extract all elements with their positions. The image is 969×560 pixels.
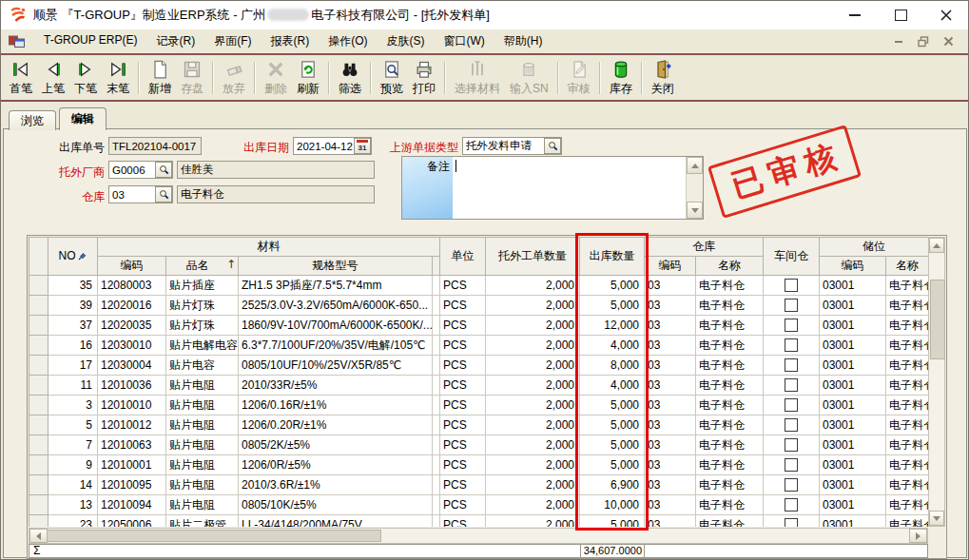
cell-wh-name[interactable]: 电子料仓 [696,276,764,296]
col-header-loc-name[interactable]: 名称 [886,257,929,276]
cell-wh-name[interactable]: 电子料仓 [696,396,764,415]
cell-wh-name[interactable]: 电子料仓 [696,336,764,356]
cell-unit[interactable]: PCS [440,376,486,396]
cell-wh-code[interactable]: 03 [645,336,696,356]
cell-wh-code[interactable]: 03 [645,296,696,316]
scroll-down-button[interactable] [929,511,944,526]
cell-no[interactable]: 13 [48,495,98,515]
cell-order-qty[interactable]: 2,000 [486,396,580,415]
cell-loc-code[interactable]: 03001 [820,415,886,435]
col-header-workshop[interactable]: 车间仓 [764,238,820,276]
cell-wh-code[interactable]: 03 [645,455,696,475]
menu-item[interactable]: 界面(F) [204,30,261,52]
col-group-warehouse[interactable]: 仓库 [645,238,764,257]
cell-workshop[interactable] [764,455,820,475]
workshop-checkbox[interactable] [785,398,798,412]
col-header-spec[interactable]: 规格型号 [239,257,433,276]
cell-loc-code[interactable]: 03001 [820,396,886,415]
toolbar-button-stock[interactable]: 库存 [605,58,637,99]
cell-spec[interactable]: 6.3*7.7/100UF/20%/35V/电解/105℃ [239,336,433,356]
cell-loc-name[interactable]: 电子料仓一储 [886,455,929,475]
col-group-material[interactable]: 材料 [98,238,440,257]
cell-unit[interactable]: PCS [440,396,486,415]
cell-unit[interactable]: PCS [440,415,486,435]
cell-order-qty[interactable]: 2,000 [486,455,580,475]
cell-workshop[interactable] [764,376,820,396]
cell-no[interactable]: 9 [48,455,98,475]
cell-no[interactable]: 14 [48,475,98,495]
mdi-minimize-button[interactable] [892,35,905,48]
menu-item[interactable]: 操作(O) [319,30,377,52]
cell-loc-name[interactable]: 电子料仓一储 [886,376,929,396]
cell-no[interactable]: 16 [48,336,98,356]
col-header-wh-code[interactable]: 编码 [645,257,696,276]
cell-loc-code[interactable]: 03001 [820,495,886,515]
window-minimize-button[interactable] [846,7,863,24]
toolbar-button-new[interactable]: 新增 [144,58,176,99]
workshop-checkbox[interactable] [785,378,798,392]
workshop-checkbox[interactable] [785,458,798,472]
col-group-location[interactable]: 储位 [820,238,929,257]
cell-no[interactable]: 17 [48,356,98,376]
cell-code[interactable]: 12020016 [98,296,166,316]
col-header-out-qty[interactable]: 出库数量 [580,238,645,276]
cell-wh-code[interactable]: 03 [645,475,696,495]
cell-no[interactable]: 39 [48,296,98,316]
workshop-checkbox[interactable] [785,299,798,312]
toolbar-button-print[interactable]: 打印 [408,58,440,99]
window-maximize-button[interactable] [892,7,909,24]
cell-code[interactable]: 12080003 [98,276,166,296]
cell-workshop[interactable] [764,396,820,415]
workshop-checkbox[interactable] [785,518,798,527]
cell-loc-code[interactable]: 03001 [820,336,886,356]
toolbar-button-last[interactable]: 末笔 [102,58,134,99]
cell-order-qty[interactable]: 2,000 [486,276,580,296]
cell-spec[interactable]: 2525/3.0V-3.2V/650mA/6000K-650... [239,296,433,316]
cell-spec[interactable]: 2010/3.6R/±1% [239,475,433,495]
cell-wh-name[interactable]: 电子料仓 [696,495,764,515]
cell-wh-code[interactable]: 03 [645,316,696,336]
cell-unit[interactable]: PCS [440,296,486,316]
cell-out-qty[interactable]: 8,000 [580,356,645,376]
cell-no[interactable]: 5 [48,415,98,435]
cell-loc-name[interactable]: 电子料仓一储 [886,495,929,515]
menu-item[interactable]: 窗口(W) [434,30,494,52]
cell-spec[interactable]: 0805/10K/±5% [239,495,433,515]
toolbar-button-filter[interactable]: 筛选 [334,58,366,99]
cell-no[interactable]: 23 [48,515,98,528]
cell-code[interactable]: 12010094 [98,495,166,515]
cell-order-qty[interactable]: 2,000 [486,296,580,316]
cell-name[interactable]: 贴片电解电容 [166,336,239,356]
col-header-wh-name[interactable]: 名称 [696,257,764,276]
cell-loc-name[interactable]: 电子料仓一储 [886,435,929,455]
cell-loc-code[interactable]: 03001 [820,455,886,475]
warehouse-code-field[interactable]: 03 [108,185,173,203]
cell-loc-name[interactable]: 电子料仓一储 [886,415,929,435]
cell-order-qty[interactable]: 2,000 [486,376,580,396]
cell-code[interactable]: 12050006 [98,515,166,528]
cell-order-qty[interactable]: 2,000 [486,515,580,528]
col-header-no[interactable]: NO [48,238,98,276]
workshop-checkbox[interactable] [785,358,798,372]
workshop-checkbox[interactable] [785,338,798,352]
cell-loc-name[interactable]: 电子料仓一储 [886,396,929,415]
col-header-loc-code[interactable]: 编码 [820,257,886,276]
cell-spec[interactable]: LL-34/4148/200MA/75V [239,515,433,528]
cell-unit[interactable]: PCS [440,475,486,495]
menu-item[interactable]: T-GROUP ERP(E) [34,30,146,52]
cell-unit[interactable]: PCS [440,336,486,356]
cell-wh-name[interactable]: 电子料仓 [696,455,764,475]
col-header-order-qty[interactable]: 托外工单数量 [486,238,580,276]
cell-loc-code[interactable]: 03001 [820,435,886,455]
menu-item[interactable]: 皮肤(S) [377,30,434,52]
cell-name[interactable]: 贴片电阻 [166,415,239,435]
cell-unit[interactable]: PCS [440,455,486,475]
scroll-right-button[interactable] [909,529,927,543]
cell-no[interactable]: 37 [48,316,98,336]
vendor-lookup-button[interactable] [155,162,172,178]
cell-unit[interactable]: PCS [440,356,486,376]
scroll-up-button[interactable] [687,157,703,174]
cell-no[interactable]: 7 [48,435,98,455]
cell-loc-name[interactable]: 电子料仓一储 [886,356,929,376]
cell-workshop[interactable] [764,296,820,316]
